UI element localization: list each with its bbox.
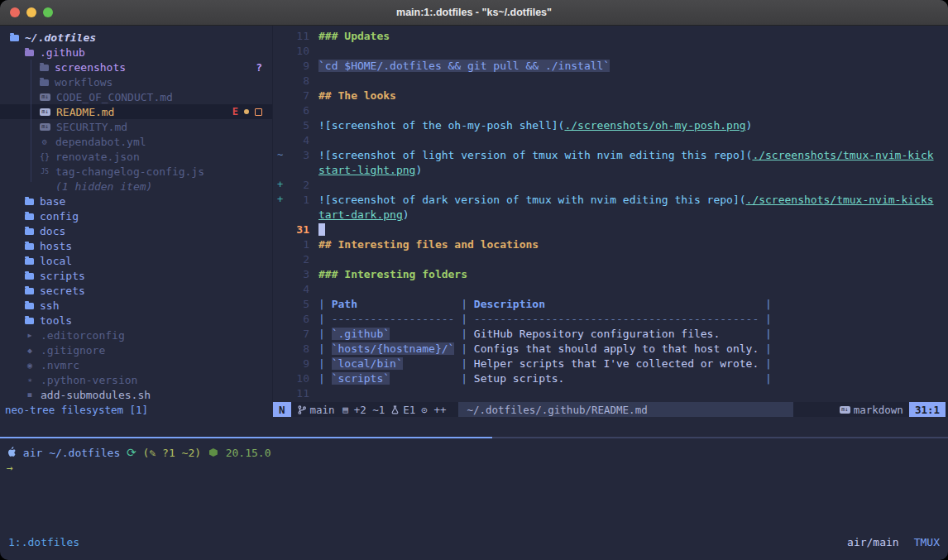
zoom-button[interactable] <box>43 7 53 17</box>
folder-icon <box>25 242 34 250</box>
line-number: 2 <box>288 179 309 194</box>
editor-line[interactable]: 7| `.github` | GitHub Repository configu… <box>273 328 948 342</box>
tree-item-label: ssh <box>40 299 59 312</box>
shell-pane[interactable]: air ~/.dotfiles ⟳ (✎ ?1 ~2) 20.15.0 → <box>0 438 948 534</box>
titlebar: main:1:.dotfiles - "ks~/.dotfiles" <box>0 0 948 26</box>
prompt-arrow: → <box>7 460 948 475</box>
editor-line[interactable]: 10 <box>273 45 948 60</box>
gutter-sign <box>273 134 288 149</box>
tree-item-local[interactable]: local <box>0 253 272 268</box>
gutter-sign <box>273 45 288 60</box>
line-number <box>288 208 309 223</box>
editor-line[interactable]: 6 <box>273 104 948 119</box>
editor-line[interactable]: 11 <box>273 387 948 402</box>
editor-line[interactable]: 31 <box>273 223 948 238</box>
line-text <box>318 45 948 60</box>
line-number <box>288 164 309 179</box>
gutter-sign <box>273 104 288 119</box>
tree-item-gitignore[interactable]: ◆.gitignore <box>0 342 272 357</box>
tree-item-workflows[interactable]: workflows <box>0 74 272 89</box>
tree-item-docs[interactable]: docs <box>0 223 272 238</box>
editor-line[interactable]: 7## The looks <box>273 89 948 104</box>
tree-item-renovate-json[interactable]: {}renovate.json <box>0 149 272 164</box>
gutter-sign <box>273 372 288 387</box>
tree-item-scripts[interactable]: scripts <box>0 268 272 283</box>
line-number: 10 <box>288 372 309 387</box>
cursor-position: 31:1 <box>909 402 946 417</box>
tree-item-python-version[interactable]: ∗.python-version <box>0 372 272 387</box>
minimize-button[interactable] <box>26 7 36 17</box>
editor-buffer[interactable]: 11### Updates 10 9`cd $HOME/.dotfiles &&… <box>273 26 948 402</box>
line-number: 5 <box>288 119 309 134</box>
tmux-pane-divider[interactable] <box>0 437 948 438</box>
editor-line[interactable]: +1![screenshot of dark version of tmux w… <box>273 194 948 208</box>
editor-line[interactable]: 9`cd $HOME/.dotfiles && git pull && ./in… <box>273 60 948 74</box>
statusline: neo-tree filesystem [1] N main ▤ +2 ~1 <box>0 402 948 417</box>
tree-item-ssh[interactable]: ssh <box>0 298 272 313</box>
tree-item-secrets[interactable]: secrets <box>0 283 272 298</box>
tree-item-dotfiles[interactable]: ~/.dotfiles <box>0 30 272 45</box>
tree-item-code-of-conduct-md[interactable]: m↓CODE_OF_CONDUCT.md <box>0 89 272 104</box>
editor-line[interactable]: 4 <box>273 283 948 298</box>
tree-item-readme-md[interactable]: m↓README.mdE <box>0 104 272 119</box>
markdown-file-icon: m↓ <box>40 93 50 101</box>
editor-line[interactable]: 8| `hosts/{hostname}/` | Configs that sh… <box>273 342 948 357</box>
line-text: | `local/bin` | Helper scripts that I've… <box>318 357 948 372</box>
tree-item-label: scripts <box>40 270 85 282</box>
editor-line[interactable]: 1## Interesting files and locations <box>273 238 948 253</box>
editor-line[interactable]: ~3![screenshot of light version of tmux … <box>273 149 948 164</box>
editor-line[interactable]: 5| Path | Description | <box>273 298 948 313</box>
markdown-file-icon: m↓ <box>40 108 50 116</box>
editor-line[interactable]: 11### Updates <box>273 30 948 45</box>
tree-item-label: base <box>40 195 65 208</box>
tree-item-screenshots[interactable]: screenshots? <box>0 60 272 74</box>
tree-item-tag-changelog-config-js[interactable]: JStag-changelog-config.js <box>0 164 272 179</box>
folder-icon <box>40 64 49 71</box>
editor-line[interactable]: 4 <box>273 134 948 149</box>
editor-line[interactable]: 10| `scripts` | Setup scripts. | <box>273 372 948 387</box>
editor-line[interactable]: 5![screenshot of the oh-my-posh shell](.… <box>273 119 948 134</box>
tree-item-label: .python-version <box>41 374 137 386</box>
tmux-window-name[interactable]: 1:.dotfiles <box>8 536 79 548</box>
editor-line[interactable]: 8 <box>273 74 948 89</box>
editor-line[interactable]: start-light.png) <box>273 164 948 179</box>
git-untracked-badge: ? <box>256 61 262 74</box>
folder-icon <box>25 213 34 220</box>
tree-item-label: .gitignore <box>41 344 105 357</box>
editor-line[interactable]: 6| ------------------- | ---------------… <box>273 313 948 328</box>
line-text: ### Interesting folders <box>318 268 948 283</box>
tree-item-github[interactable]: .github <box>0 45 272 60</box>
git-branch-segment: main <box>297 404 335 416</box>
tree-item-markers: ? <box>256 61 272 74</box>
editorconfig-icon: ▶ <box>25 332 35 339</box>
git-icon: ◆ <box>25 346 35 355</box>
tree-item-tools[interactable]: tools <box>0 313 272 328</box>
terminal-window: main:1:.dotfiles - "ks~/.dotfiles" ~/.do… <box>0 0 948 560</box>
tree-item-label: add-submodules.sh <box>41 389 151 401</box>
prompt-segment: 20.15.0 <box>219 447 271 459</box>
extra-segment: ⊙ ++ <box>421 404 446 416</box>
close-button[interactable] <box>10 7 20 17</box>
line-text: ### Updates <box>318 30 948 45</box>
lualine: N main ▤ +2 ~1 <box>273 402 948 417</box>
tree-item-label: screenshots <box>55 61 126 74</box>
filetype-label: markdown <box>854 404 903 416</box>
editor-line[interactable]: tart-dark.png) <box>273 208 948 223</box>
tree-item-1-hidden-item[interactable]: (1 hidden item) <box>0 179 272 194</box>
editor-line[interactable]: +2 <box>273 179 948 194</box>
line-text: | `.github` | GitHub Repository configur… <box>318 328 948 342</box>
tree-item-hosts[interactable]: hosts <box>0 238 272 253</box>
tree-item-editorconfig[interactable]: ▶.editorconfig <box>0 328 272 342</box>
tree-item-dependabot-yml[interactable]: ⚙dependabot.yml <box>0 134 272 149</box>
tree-item-label: (1 hidden item) <box>55 180 152 193</box>
editor-line[interactable]: 9| `local/bin` | Helper scripts that I'v… <box>273 357 948 372</box>
tree-item-nvmrc[interactable]: ◉.nvmrc <box>0 357 272 372</box>
tree-item-security-md[interactable]: m↓SECURITY.md <box>0 119 272 134</box>
gutter-sign <box>273 89 288 104</box>
tree-item-config[interactable]: config <box>0 208 272 223</box>
editor-line[interactable]: 3### Interesting folders <box>273 268 948 283</box>
editor-line[interactable]: 2 <box>273 253 948 268</box>
tree-item-add-submodules-sh[interactable]: ■add-submodules.sh <box>0 387 272 402</box>
gutter-sign: ~ <box>273 149 288 164</box>
tree-item-base[interactable]: base <box>0 194 272 208</box>
